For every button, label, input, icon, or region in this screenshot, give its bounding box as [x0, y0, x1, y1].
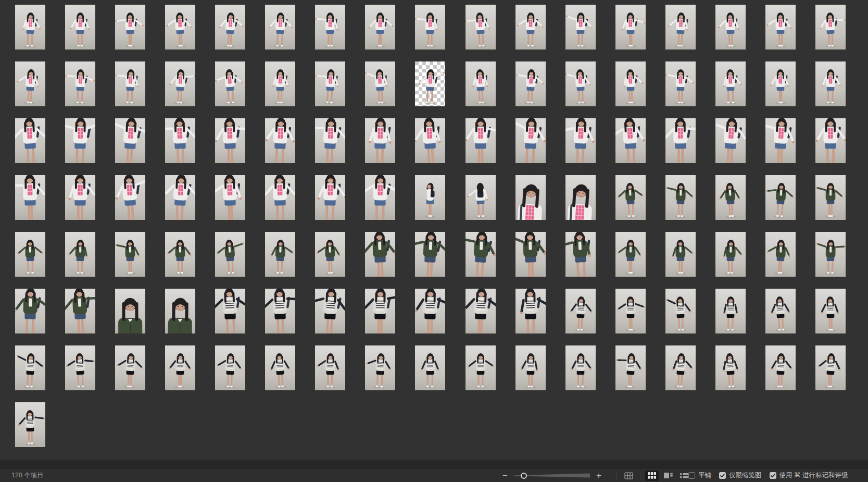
- photo-thumbnail[interactable]: [315, 118, 345, 163]
- photo-thumbnail[interactable]: [515, 118, 546, 163]
- photo-thumbnail[interactable]: [765, 61, 796, 106]
- photo-thumbnail[interactable]: [565, 61, 596, 106]
- photo-thumbnail[interactable]: [315, 5, 345, 50]
- photo-thumbnail[interactable]: [815, 5, 846, 50]
- photo-thumbnail[interactable]: [265, 289, 295, 333]
- photo-thumbnail[interactable]: [466, 61, 496, 106]
- photo-thumbnail[interactable]: [365, 61, 395, 106]
- photo-thumbnail[interactable]: [615, 289, 646, 333]
- tile-checkbox-box[interactable]: [688, 472, 695, 479]
- slider-track-wedge[interactable]: [520, 473, 590, 479]
- photo-thumbnail[interactable]: [315, 175, 345, 220]
- photo-thumbnail[interactable]: [415, 5, 445, 50]
- thumbnails-only-checkbox[interactable]: 仅限缩览图: [719, 471, 762, 480]
- photo-thumbnail[interactable]: [615, 345, 646, 390]
- photo-thumbnail[interactable]: [665, 61, 696, 106]
- photo-thumbnail[interactable]: [215, 345, 245, 390]
- photo-thumbnail[interactable]: [765, 289, 796, 333]
- photo-thumbnail[interactable]: [765, 175, 796, 220]
- photo-thumbnail[interactable]: [15, 402, 45, 447]
- photo-thumbnail[interactable]: [265, 61, 295, 106]
- photo-thumbnail[interactable]: [565, 232, 596, 277]
- photo-thumbnail[interactable]: [665, 118, 696, 163]
- photo-thumbnail[interactable]: [215, 289, 245, 333]
- photo-thumbnail[interactable]: [215, 175, 245, 220]
- thumbnail-view-button[interactable]: [645, 471, 659, 481]
- photo-thumbnail[interactable]: [565, 175, 596, 220]
- photo-thumbnail[interactable]: [265, 118, 295, 163]
- photo-thumbnail[interactable]: [115, 232, 145, 277]
- photo-thumbnail[interactable]: [165, 118, 195, 163]
- photo-thumbnail[interactable]: [265, 5, 295, 50]
- zoom-out-button[interactable]: −: [501, 471, 509, 480]
- photo-thumbnail[interactable]: [215, 232, 245, 277]
- photo-thumbnail[interactable]: [65, 5, 95, 50]
- photo-thumbnail[interactable]: [115, 175, 145, 220]
- photo-thumbnail[interactable]: [466, 232, 496, 277]
- photo-thumbnail[interactable]: [715, 345, 746, 390]
- photo-thumbnail[interactable]: [665, 345, 696, 390]
- photo-thumbnail[interactable]: [765, 232, 796, 277]
- photo-thumbnail[interactable]: [815, 232, 846, 277]
- photo-thumbnail[interactable]: [315, 61, 345, 106]
- photo-thumbnail[interactable]: [65, 232, 95, 277]
- photo-thumbnail[interactable]: [815, 61, 846, 106]
- photo-thumbnail[interactable]: [515, 345, 546, 390]
- grid-lines-view-button[interactable]: [622, 471, 635, 481]
- photo-thumbnail[interactable]: [365, 345, 395, 390]
- photo-thumbnail[interactable]: [165, 175, 195, 220]
- photo-thumbnail[interactable]: [715, 5, 746, 50]
- photo-thumbnail[interactable]: [615, 175, 646, 220]
- photo-thumbnail[interactable]: [165, 5, 195, 50]
- photo-thumbnail[interactable]: [765, 5, 796, 50]
- photo-thumbnail[interactable]: [615, 5, 646, 50]
- photo-thumbnail[interactable]: [715, 175, 746, 220]
- photo-thumbnail[interactable]: [15, 118, 45, 163]
- content-view-button[interactable]: [661, 471, 675, 481]
- photo-thumbnail[interactable]: [15, 289, 45, 333]
- photo-thumbnail[interactable]: [265, 345, 295, 390]
- photo-thumbnail[interactable]: [615, 118, 646, 163]
- photo-thumbnail[interactable]: [665, 5, 696, 50]
- photo-thumbnail[interactable]: [65, 345, 95, 390]
- photo-thumbnail[interactable]: [265, 232, 295, 277]
- photo-thumbnail[interactable]: [515, 61, 546, 106]
- photo-thumbnail[interactable]: [165, 289, 195, 333]
- photo-thumbnail[interactable]: [15, 175, 45, 220]
- photo-thumbnail[interactable]: [215, 61, 245, 106]
- photo-thumbnail[interactable]: [15, 232, 45, 277]
- photo-thumbnail[interactable]: [165, 345, 195, 390]
- photo-thumbnail[interactable]: [65, 118, 95, 163]
- photo-thumbnail[interactable]: [65, 61, 95, 106]
- photo-thumbnail[interactable]: [415, 289, 445, 333]
- tile-checkbox[interactable]: 平铺: [688, 471, 711, 480]
- photo-thumbnail[interactable]: [665, 232, 696, 277]
- photo-thumbnail[interactable]: [415, 232, 445, 277]
- photo-thumbnail[interactable]: [815, 289, 846, 333]
- photo-thumbnail[interactable]: [115, 61, 145, 106]
- photo-thumbnail[interactable]: [415, 175, 445, 220]
- photo-thumbnail[interactable]: [765, 345, 796, 390]
- photo-thumbnail[interactable]: [165, 232, 195, 277]
- photo-thumbnail[interactable]: [565, 289, 596, 333]
- thumbnails-only-checkbox-box[interactable]: [719, 472, 726, 479]
- photo-thumbnail[interactable]: [715, 118, 746, 163]
- photo-thumbnail[interactable]: [365, 232, 395, 277]
- photo-thumbnail[interactable]: [565, 118, 596, 163]
- photo-thumbnail[interactable]: [15, 345, 45, 390]
- photo-thumbnail[interactable]: [815, 118, 846, 163]
- photo-thumbnail[interactable]: [315, 289, 345, 333]
- photo-thumbnail[interactable]: [665, 289, 696, 333]
- photo-thumbnail[interactable]: [15, 61, 45, 106]
- photo-thumbnail[interactable]: [715, 232, 746, 277]
- photo-thumbnail[interactable]: [515, 289, 546, 333]
- photo-thumbnail[interactable]: [115, 345, 145, 390]
- photo-thumbnail[interactable]: [365, 5, 395, 50]
- photo-thumbnail[interactable]: [515, 175, 546, 220]
- photo-thumbnail[interactable]: [365, 118, 395, 163]
- photo-thumbnail[interactable]: [15, 5, 45, 50]
- use-cmd-tag-rate-checkbox-box[interactable]: [770, 472, 776, 479]
- photo-thumbnail[interactable]: [115, 289, 145, 333]
- photo-thumbnail[interactable]: [315, 232, 345, 277]
- photo-thumbnail[interactable]: [715, 289, 746, 333]
